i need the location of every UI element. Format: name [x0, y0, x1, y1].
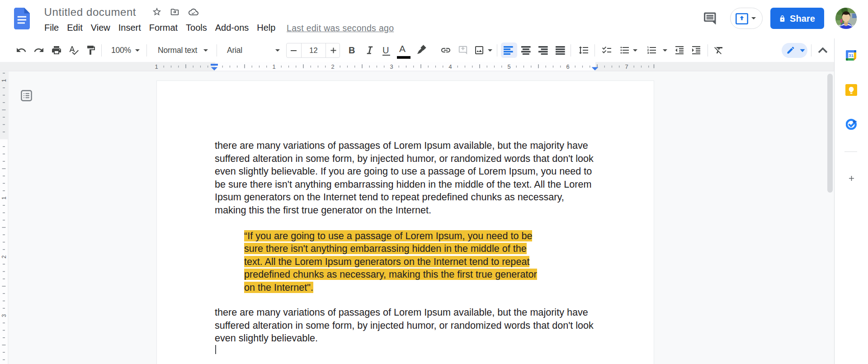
svg-text:3: 3 [390, 63, 393, 70]
svg-text:2: 2 [1, 255, 7, 258]
svg-text:1: 1 [1, 196, 7, 199]
svg-text:31: 31 [849, 53, 854, 58]
svg-text:1: 1 [155, 63, 158, 70]
svg-text:3: 3 [1, 314, 7, 317]
svg-text:5: 5 [507, 63, 510, 70]
svg-text:7: 7 [625, 63, 628, 70]
svg-text:1: 1 [1, 79, 7, 82]
svg-text:4: 4 [448, 63, 452, 70]
svg-text:6: 6 [566, 63, 569, 70]
svg-text:1: 1 [272, 63, 275, 70]
svg-text:2: 2 [331, 63, 334, 70]
